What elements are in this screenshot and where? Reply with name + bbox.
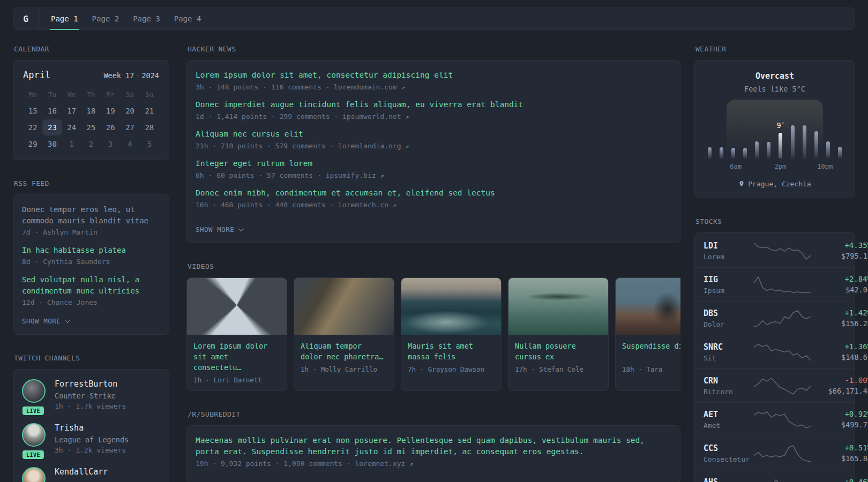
twitch-channel-row[interactable]: LIVE KendallCarr: [22, 467, 160, 482]
twitch-channel-row[interactable]: LIVE ForrestBurton Counter-Strike 1h · 1…: [22, 379, 160, 410]
stock-sparkline: [753, 443, 812, 463]
rss-item-meta: 8d · Cynthia Saunders: [22, 258, 160, 266]
stock-price: $148.64: [812, 353, 868, 362]
chevron-down-icon: [238, 226, 244, 231]
video-card[interactable]: Suspendisse diam 18h · Tara: [615, 277, 680, 391]
weather-widget: WEATHER Overcast Feels like 5°C: [694, 45, 855, 198]
hackernews-item-link[interactable]: Donec imperdiet augue tincidunt felis al…: [196, 99, 671, 110]
hackernews-item-link[interactable]: Aliquam nec cursus elit: [196, 129, 671, 140]
weather-bar-slot: [767, 107, 770, 159]
video-card[interactable]: Lorem ipsum dolor sit amet consectetu… 1…: [186, 277, 287, 391]
hackernews-card: Lorem ipsum dolor sit amet, consectetur …: [186, 60, 680, 243]
stock-row[interactable]: LDI Lorem +4.35% $795.18: [695, 234, 855, 268]
page-tab[interactable]: Page 2: [85, 8, 126, 29]
video-meta: 7h · Grayson Dawson: [408, 365, 495, 373]
twitch-card: LIVE ForrestBurton Counter-Strike 1h · 1…: [13, 369, 169, 482]
stock-id: AET Amet: [704, 410, 753, 430]
stock-values: +4.35% $795.18: [812, 241, 868, 260]
page-tab[interactable]: Page 3: [126, 8, 167, 29]
rss-item-link[interactable]: Donec tempor eros leo, ut commodo mauris…: [22, 204, 160, 227]
hackernews-show-more-button[interactable]: SHOW MORE: [196, 225, 242, 234]
video-meta: 1h · Lori Barnett: [193, 376, 280, 384]
calendar-day: 24: [62, 119, 81, 135]
stock-name: Lorem: [704, 253, 753, 261]
avatar: [22, 467, 46, 482]
rss-item: Donec tempor eros leo, ut commodo mauris…: [22, 204, 160, 236]
video-thumbnail: [616, 278, 680, 335]
videos-row: Lorem ipsum dolor sit amet consectetu… 1…: [186, 277, 680, 391]
rss-item-link[interactable]: In hac habitasse platea: [22, 245, 160, 256]
hackernews-item: Aliquam nec cursus elit 21h · 710 points…: [196, 129, 671, 150]
weather-bar: [803, 125, 806, 159]
current-temp-label: 9°: [777, 121, 785, 130]
stock-row[interactable]: CRN Bitcorn -1.00% $66,171.48: [695, 369, 855, 403]
twitch-channel-row[interactable]: LIVE Trisha League of Legends 3h · 1.2k …: [22, 423, 160, 454]
twitch-channel-info: ForrestBurton Counter-Strike 1h · 1.7k v…: [55, 379, 126, 410]
top-nav: G Page 1 Page 2 Page 3 Page 4: [13, 7, 855, 30]
hackernews-item: Donec enim nibh, condimentum et accumsan…: [196, 187, 671, 209]
hackernews-source-link[interactable]: loremdomain.com: [334, 83, 396, 91]
stock-row[interactable]: AET Amet +0.92% $499.72: [695, 403, 855, 436]
stock-symbol: LDI: [704, 241, 753, 251]
rss-show-more-button[interactable]: SHOW MORE: [22, 317, 69, 325]
external-link-icon: ↗: [405, 142, 409, 150]
calendar-day: 3: [101, 136, 120, 152]
hackernews-widget: HACKER NEWS Lorem ipsum dolor sit amet, …: [186, 45, 680, 243]
hackernews-source-link[interactable]: loremtech.co: [338, 201, 388, 209]
rss-widget: RSS FEED Donec tempor eros leo, ut commo…: [13, 179, 169, 335]
stock-symbol: CRN: [704, 376, 753, 386]
hackernews-item-meta: 21h · 710 points · 579 comments · loreml…: [196, 142, 671, 150]
stock-sparkline: [753, 409, 812, 430]
weather-bar: [826, 141, 830, 159]
hackernews-item-link[interactable]: Integer eget rutrum lorem: [196, 158, 671, 169]
videos-widget: VIDEOS Lorem ipsum dolor sit amet consec…: [186, 262, 680, 391]
weather-bar: [743, 148, 747, 159]
hackernews-source-link[interactable]: loremlandia.org: [338, 142, 401, 150]
stock-change: +0.51%: [812, 443, 868, 452]
rss-item-link[interactable]: Sed volutpat nulla nisl, a condimentum n…: [22, 274, 160, 297]
calendar-day: 22: [23, 119, 42, 135]
video-card-body: Nullam posuere cursus ex 17h · Stefan Co…: [508, 335, 608, 380]
page-tabs: Page 1 Page 2 Page 3 Page 4: [44, 8, 208, 29]
page-tab[interactable]: Page 1: [44, 8, 85, 29]
hackernews-item-link[interactable]: Lorem ipsum dolor sit amet, consectetur …: [196, 70, 671, 81]
video-card[interactable]: Aliquam tempor dolor nec pharetra… 1h · …: [294, 277, 394, 391]
weather-bar: [791, 125, 795, 159]
calendar-weekday: Tu: [42, 87, 62, 102]
hackernews-source-link[interactable]: ipsumworld.net: [342, 112, 401, 120]
page-tab[interactable]: Page 4: [167, 8, 208, 29]
calendar-day: 16: [42, 103, 62, 119]
video-meta: 1h · Molly Carrillo: [301, 365, 387, 373]
rss-item-meta: 12d · Chance Jones: [22, 298, 160, 306]
stock-row[interactable]: CCS Consectetur +0.51% $165.84: [695, 436, 855, 470]
stock-row[interactable]: DBS Dolor +1.42% $156.28: [695, 302, 855, 335]
app-logo[interactable]: G: [13, 8, 39, 29]
calendar-day: 21: [140, 103, 159, 119]
video-card-body: Aliquam tempor dolor nec pharetra… 1h · …: [294, 335, 394, 380]
external-link-icon: ↗: [401, 84, 405, 91]
stock-id: SNRC Sit: [704, 342, 753, 362]
live-badge: LIVE: [23, 406, 44, 415]
twitch-channel-name: Trisha: [55, 423, 129, 433]
hackernews-source-link[interactable]: ipsumify.biz: [326, 171, 376, 179]
twitch-channel-info: Trisha League of Legends 3h · 1.2k viewe…: [55, 423, 129, 454]
weather-hour-label: 10pm: [817, 163, 833, 170]
videos-widget-title: VIDEOS: [188, 262, 680, 270]
weather-bar-slot: [743, 107, 747, 159]
subreddit-item-link[interactable]: Maecenas mollis pulvinar erat non posuer…: [196, 435, 671, 457]
weather-bar-slot: [755, 107, 759, 159]
hackernews-item-link[interactable]: Donec enim nibh, condimentum et accumsan…: [196, 187, 671, 199]
stock-row[interactable]: IIG Ipsum +2.84% $42.04: [695, 268, 855, 302]
twitch-avatar-wrap: LIVE: [22, 423, 47, 454]
video-card[interactable]: Nullam posuere cursus ex 17h · Stefan Co…: [508, 277, 609, 391]
hackernews-item-stats: 21h · 710 points · 579 comments ·: [196, 142, 338, 150]
video-meta: 18h · Tara: [622, 365, 680, 373]
stock-row[interactable]: AHS Ahs +0.46% $88.12: [695, 470, 855, 482]
stock-sparkline: [753, 342, 812, 362]
weather-location-text: Prague, Czechia: [748, 180, 811, 188]
video-card[interactable]: Mauris sit amet massa felis 7h · Grayson…: [401, 277, 502, 391]
weather-bar-slot: [826, 107, 830, 159]
stock-id: DBS Dolor: [704, 308, 753, 328]
subreddit-source-link[interactable]: loremnet.xyz: [355, 460, 405, 468]
stock-row[interactable]: SNRC Sit +1.36% $148.64: [695, 335, 855, 369]
